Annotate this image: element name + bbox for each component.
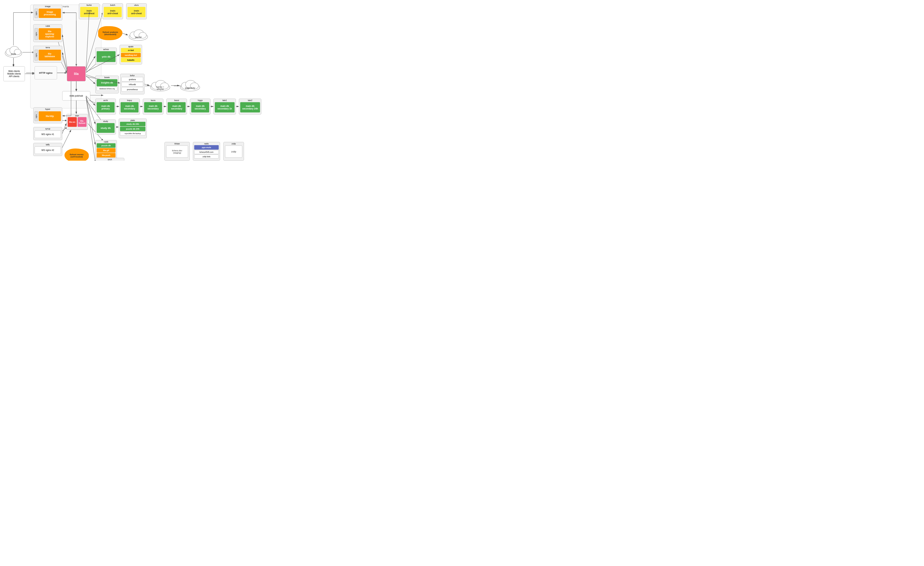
- late1-inner: main dbsecondary 1h: [215, 102, 235, 112]
- redis-box: redis pub/sub: [62, 91, 90, 100]
- study-inner: study db: [97, 123, 115, 133]
- rubik-inner-box: lila-opening-explorer: [39, 28, 61, 40]
- khiaw-box: khiaw lichess.dev(staging): [165, 142, 190, 161]
- svg-text:telegraf: telegraf: [157, 88, 164, 90]
- late1-title: late1: [214, 99, 236, 102]
- hyper-box: hyper nginx lila-http: [33, 108, 62, 123]
- rubik-server-box: rubik nginx lila-opening-explorer: [33, 24, 62, 42]
- zulip-bots: zulip bots: [194, 154, 219, 159]
- rubik-server-title: rubik: [33, 24, 62, 27]
- study-title: study: [96, 120, 116, 123]
- butch-inner: irwinanti-cheat: [104, 7, 122, 17]
- apate-box: apate cr-bot sandbag-bot kaladin: [120, 45, 142, 64]
- burke-box: burke irwinanti-cheat: [79, 3, 99, 19]
- fishnet-distributed-blob: fishnet analysis (distributed): [98, 26, 123, 40]
- rubik-nginx-tag: nginx: [34, 28, 38, 40]
- svg-text:pagerduty: pagerduty: [185, 87, 195, 89]
- achoo-box: achoo yolo db: [95, 48, 117, 64]
- uluru-box: uluru irwinanti-cheat: [126, 3, 147, 19]
- bofur-box: bofur grafana influxdb prometheus: [120, 74, 144, 94]
- redis-label: redis pub/sub: [69, 94, 83, 97]
- laura-title: laura: [143, 99, 163, 102]
- terra-inner-box: lila-tablebase: [39, 50, 61, 60]
- achoo-inner: yolo db: [97, 51, 116, 62]
- rsync-backup: rsync/btfrs file backup: [120, 132, 146, 136]
- manta-label: manta: [63, 5, 69, 8]
- image-server-box: image nginx imageprocessing: [33, 4, 62, 21]
- starr-title: starr: [66, 114, 88, 117]
- image-inner-box: imageprocessing: [39, 9, 61, 18]
- syrup-box: syrup WS nginx #1: [33, 127, 62, 140]
- taffy-inner: WS nginx #2: [34, 147, 61, 154]
- laura-inner: main dbsecondary: [144, 102, 162, 112]
- sirch-title: sirch: [96, 158, 124, 161]
- terra-box: terra nginx lila-tablebase: [33, 46, 62, 63]
- puzzle-db-24h: puzzle db 24h: [120, 127, 146, 131]
- diagram: CDN Web clients Mobile clients API clien…: [0, 0, 262, 161]
- archi-inner: main dbprimary: [97, 102, 115, 112]
- lila-ws-box: lila-ws: [68, 117, 77, 127]
- clients-label: Web clients Mobile clients API clients: [7, 70, 21, 78]
- khiaw-title: khiaw: [165, 142, 189, 145]
- study-db-24h: study db 24h: [120, 122, 146, 126]
- kamon-cloud: kamon + telegraf: [150, 79, 171, 91]
- grafana-item: grafana: [122, 77, 143, 82]
- bowie-box: bowie insights db database.lichess.org: [95, 76, 119, 93]
- bofur-title: bofur: [120, 74, 144, 77]
- lichess4545: lichess4545.com: [194, 150, 219, 154]
- bowie-title: bowie: [96, 76, 118, 79]
- bassi-inner: main dbsecondary: [168, 102, 186, 112]
- burke-inner: irwinanti-cheat: [80, 7, 98, 17]
- pagerduty-cloud: pagerduty: [180, 79, 201, 91]
- svg-line-72: [144, 84, 150, 85]
- uluru-title: uluru: [126, 3, 147, 6]
- late2-box: late2 main dbsecondary 24h: [239, 99, 261, 114]
- radio-box: radio pgn-mule lichess4545.com zulip bot…: [193, 142, 220, 161]
- late2-inner: main dbsecondary 24h: [240, 102, 260, 112]
- svg-line-70: [62, 123, 66, 133]
- plato-box: plato study db 24h puzzle db 24h rsync/b…: [119, 118, 147, 138]
- fishnet-moves-label: fishnet moves (self-hosted): [70, 153, 84, 158]
- loquy-box: loquy main dbsecondary: [119, 99, 140, 114]
- clients-box: Web clients Mobile clients API clients: [3, 66, 25, 81]
- sirch-box: sirch lichess-search elastic-search: [95, 158, 124, 161]
- burke-title: burke: [79, 3, 99, 6]
- laura-box: laura main dbsecondary: [143, 99, 164, 114]
- higgs-title: higgs: [190, 99, 210, 102]
- fishnet-moves-blob: fishnet moves (self-hosted): [64, 148, 89, 161]
- terra-nginx-tag: nginx: [34, 50, 38, 60]
- bassi-box: bassi main dbsecondary: [166, 99, 187, 114]
- radio-title: radio: [193, 142, 220, 145]
- syrup-inner: WS nginx #1: [34, 130, 61, 138]
- bassi-title: bassi: [166, 99, 187, 102]
- butch-title: butch: [103, 3, 123, 6]
- achoo-title: achoo: [96, 48, 117, 51]
- bowie-sub: database.lichess.org: [97, 87, 117, 91]
- zulip-box: zulip zulip: [224, 142, 244, 161]
- apate-title: apate: [120, 45, 142, 48]
- butch-box: butch irwinanti-cheat: [102, 3, 123, 19]
- hyper-inner-box: lila-http: [39, 111, 61, 121]
- late1-box: late1 main dbsecondary 1h: [213, 99, 236, 114]
- cr-bot: cr-bot: [121, 48, 141, 52]
- loquy-title: loquy: [120, 99, 140, 102]
- archi-box: archi main dbprimary: [95, 99, 116, 114]
- sandbag-bot: sandbag-bot: [121, 53, 141, 57]
- lila-box: lila: [67, 66, 86, 81]
- lila-push: lila-push: [97, 153, 116, 157]
- plato-title: plato: [119, 119, 147, 122]
- svg-line-74: [123, 33, 128, 35]
- rubik-db-box: rubik puzzle db lila-gif lila-push: [95, 140, 117, 159]
- archi-title: archi: [96, 99, 116, 102]
- svg-text:CDN: CDN: [11, 53, 16, 55]
- fishnet-distributed-label: fishnet analysis (distributed): [103, 31, 118, 36]
- cdn-cloud: CDN: [4, 45, 23, 58]
- study-box: study study db: [95, 120, 116, 135]
- taffy-box: taffy WS nginx #2: [33, 143, 62, 156]
- terra-title: terra: [33, 46, 62, 49]
- hyper-nginx-tag: nginx: [34, 111, 38, 121]
- higgs-inner: main dbsecondary: [191, 102, 209, 112]
- lila-gif: lila-gif: [97, 148, 116, 153]
- zulip-inner: zulip: [225, 145, 242, 158]
- khiaw-inner: lichess.dev(staging): [166, 145, 188, 158]
